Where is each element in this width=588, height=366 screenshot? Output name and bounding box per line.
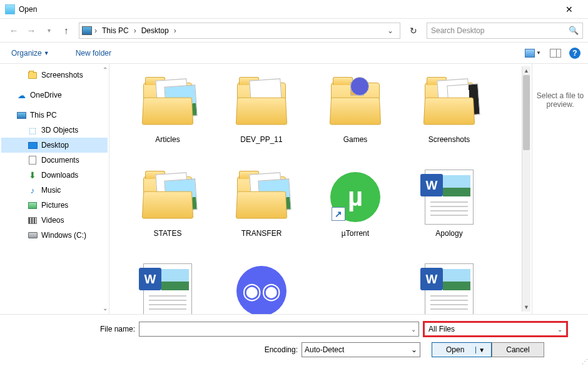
tree-label: Screenshots bbox=[41, 71, 83, 79]
tree-item-videos[interactable]: Videos bbox=[1, 213, 108, 228]
word-doc-icon: W bbox=[425, 263, 474, 314]
refresh-button[interactable]: ↻ bbox=[404, 23, 423, 39]
resize-grip[interactable]: ⋰ bbox=[582, 358, 587, 365]
chevron-down-icon[interactable]: ⌄ bbox=[411, 326, 416, 333]
scroll-down-icon[interactable]: ⌄ bbox=[103, 305, 108, 312]
file-item-partial-1[interactable]: W bbox=[121, 259, 215, 314]
download-icon: ⬇ bbox=[28, 170, 38, 180]
new-folder-label: New folder bbox=[76, 49, 111, 58]
tree-label: Videos bbox=[41, 216, 64, 225]
search-input[interactable]: Search Desktop 🔍 bbox=[427, 23, 583, 39]
tree-item-music[interactable]: ♪ Music bbox=[1, 183, 108, 198]
organize-label: Organize bbox=[11, 49, 42, 58]
scrollbar[interactable]: ▲ ▼ bbox=[522, 66, 530, 312]
folder-item-devpp11[interactable]: DEV_PP_11 bbox=[215, 71, 308, 165]
thispc-icon bbox=[82, 26, 92, 35]
folder-item-games[interactable]: Games bbox=[308, 71, 402, 165]
word-doc-icon: W bbox=[425, 170, 474, 225]
item-label: TRANSFER bbox=[241, 229, 282, 238]
cube-icon: ⬚ bbox=[28, 125, 38, 135]
chevron-down-icon: ⌄ bbox=[557, 326, 562, 333]
address-dropdown[interactable]: ⌄ bbox=[383, 26, 397, 35]
help-button[interactable]: ? bbox=[569, 48, 580, 59]
breadcrumb-thispc[interactable]: This PC bbox=[98, 23, 133, 38]
tree-item-drive-c[interactable]: Windows (C:) bbox=[1, 228, 108, 243]
picture-icon bbox=[525, 49, 535, 58]
folder-item-screenshots[interactable]: Screenshots bbox=[402, 71, 496, 165]
pictures-icon bbox=[28, 200, 38, 210]
nav-tree[interactable]: ⌃ Screenshots ☁ OneDrive This PC ⬚ 3D Ob… bbox=[0, 64, 109, 314]
tree-label: 3D Objects bbox=[41, 126, 78, 135]
monitor-icon bbox=[16, 110, 26, 120]
open-button[interactable]: Open ▼ bbox=[432, 342, 492, 357]
address-bar[interactable]: › This PC › Desktop › ⌄ bbox=[79, 23, 400, 39]
encoding-value: Auto-Detect bbox=[305, 345, 344, 354]
encoding-label: Encoding: bbox=[8, 345, 302, 354]
folder-icon bbox=[143, 176, 192, 218]
cancel-button[interactable]: Cancel bbox=[492, 342, 544, 357]
folder-item-transfer[interactable]: TRANSFER bbox=[215, 165, 308, 259]
breadcrumb-desktop[interactable]: Desktop bbox=[138, 23, 173, 38]
close-button[interactable]: ✕ bbox=[555, 1, 583, 18]
discord-icon: ◉◉ bbox=[236, 266, 286, 314]
app-icon bbox=[5, 4, 15, 14]
item-label: Articles bbox=[155, 135, 180, 144]
music-icon: ♪ bbox=[28, 185, 38, 195]
folder-item-articles[interactable]: Articles bbox=[121, 71, 215, 165]
folder-item-states[interactable]: STATES bbox=[121, 165, 215, 259]
open-label: Open bbox=[446, 345, 464, 354]
word-doc-icon: W bbox=[143, 263, 192, 314]
filetype-value: All Files bbox=[428, 325, 455, 333]
document-icon bbox=[28, 155, 38, 165]
scroll-down-icon[interactable]: ▼ bbox=[522, 303, 530, 312]
folder-icon bbox=[425, 83, 474, 124]
tree-item-pictures[interactable]: Pictures bbox=[1, 198, 108, 213]
tree-item-thispc[interactable]: This PC bbox=[1, 108, 108, 123]
body: ⌃ Screenshots ☁ OneDrive This PC ⬚ 3D Ob… bbox=[0, 64, 588, 314]
search-placeholder: Search Desktop bbox=[431, 26, 569, 35]
scroll-up-icon[interactable]: ⌃ bbox=[103, 66, 108, 73]
folder-icon bbox=[331, 83, 380, 124]
help-icon: ? bbox=[572, 49, 577, 58]
shortcut-utorrent[interactable]: µ↗ µTorrent bbox=[308, 165, 402, 259]
item-label: DEV_PP_11 bbox=[240, 135, 282, 144]
nav-row: ← → ▾ ↑ › This PC › Desktop › ⌄ ↻ Search… bbox=[0, 19, 588, 43]
forward-button[interactable]: → bbox=[23, 22, 40, 39]
tree-label: Music bbox=[41, 186, 61, 195]
scroll-thumb[interactable] bbox=[523, 75, 530, 150]
title-bar: Open ✕ bbox=[0, 0, 588, 19]
folder-icon bbox=[143, 83, 192, 124]
chevron-down-icon: ▼ bbox=[536, 50, 541, 56]
recent-dropdown[interactable]: ▾ bbox=[40, 22, 58, 39]
new-folder-button[interactable]: New folder bbox=[72, 46, 115, 60]
chevron-right-icon: › bbox=[133, 26, 138, 35]
shortcut-discord[interactable]: ◉◉ bbox=[215, 259, 308, 314]
window-title: Open bbox=[19, 5, 37, 14]
file-item-apology[interactable]: W Apology bbox=[402, 165, 496, 259]
view-mode-button[interactable]: ▼ bbox=[524, 46, 542, 60]
file-grid[interactable]: Articles DEV_PP_11 Games Screenshots STA… bbox=[109, 64, 532, 314]
chevron-down-icon: ⌄ bbox=[411, 345, 417, 354]
filename-input[interactable]: ⌄ bbox=[139, 322, 419, 337]
up-button[interactable]: ↑ bbox=[58, 22, 75, 39]
preview-pane-button[interactable] bbox=[547, 46, 564, 60]
open-split-dropdown[interactable]: ▼ bbox=[475, 347, 487, 353]
file-item-partial-4[interactable]: W bbox=[402, 259, 496, 314]
tree-item-3dobjects[interactable]: ⬚ 3D Objects bbox=[1, 123, 108, 138]
encoding-dropdown[interactable]: Auto-Detect ⌄ bbox=[302, 342, 420, 357]
tree-item-downloads[interactable]: ⬇ Downloads bbox=[1, 168, 108, 183]
tree-item-onedrive[interactable]: ☁ OneDrive bbox=[1, 88, 108, 103]
tree-item-screenshots[interactable]: Screenshots bbox=[1, 68, 108, 83]
item-label: Games bbox=[343, 135, 368, 144]
tree-item-documents[interactable]: Documents bbox=[1, 153, 108, 168]
file-item-partial-3[interactable] bbox=[308, 259, 402, 314]
desktop-icon bbox=[28, 140, 38, 150]
organize-menu[interactable]: Organize ▼ bbox=[8, 46, 53, 60]
scroll-up-icon[interactable]: ▲ bbox=[522, 66, 530, 75]
filetype-dropdown[interactable]: All Files ⌄ bbox=[423, 321, 568, 337]
back-button[interactable]: ← bbox=[5, 22, 23, 39]
item-label: Screenshots bbox=[428, 135, 470, 144]
preview-text: Select a file to preview. bbox=[536, 91, 584, 109]
tree-item-desktop[interactable]: Desktop bbox=[1, 138, 108, 153]
folder-icon bbox=[237, 176, 286, 218]
